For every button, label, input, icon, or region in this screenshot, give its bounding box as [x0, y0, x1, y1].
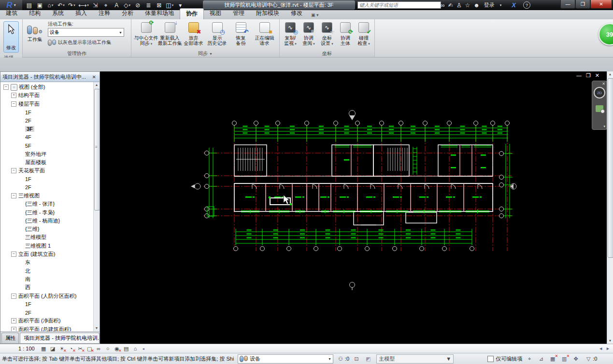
synchronize-with-central-button[interactable]: ⟳与中心文件同步 ▾: [134, 19, 158, 46]
design-option-select[interactable]: 主模型▼: [376, 354, 454, 364]
favorites-icon[interactable]: ✍: [448, 2, 453, 9]
editing-requests-button[interactable]: ■正在编辑请求: [253, 19, 276, 46]
crop-region-icon[interactable]: ▢✕: [86, 345, 94, 352]
tree-item[interactable]: 2F: [0, 308, 94, 317]
tree-item[interactable]: 2F: [0, 116, 94, 125]
worksharing-display-icon[interactable]: ▤: [122, 345, 130, 352]
project-browser-titlebar[interactable]: 项目浏览器 - 技师学院机电培训中... ✕: [0, 72, 100, 82]
floor-plan-drawing[interactable]: [100, 71, 613, 344]
tree-item[interactable]: 室外地坪: [0, 150, 94, 158]
tree-item[interactable]: {三维 - 张洋}: [0, 200, 94, 208]
select-by-face-icon[interactable]: ▥✕: [560, 355, 569, 363]
visual-style-icon[interactable]: ◪: [49, 345, 57, 352]
ribbon-tab-附加模块[interactable]: 附加模块: [250, 8, 285, 19]
restore-button[interactable]: ❐: [575, 0, 590, 9]
signin-button[interactable]: 登录: [484, 1, 495, 9]
viewbar-expand-icon[interactable]: ◂: [143, 347, 144, 351]
tree-scrollbar[interactable]: ▲ ▼: [93, 82, 100, 331]
tree-item[interactable]: −面积平面 (人防分区面积): [0, 292, 94, 300]
tree-item[interactable]: 三维模型: [0, 233, 94, 241]
tree-item[interactable]: {三维}: [0, 225, 94, 233]
ribbon-tab-修改[interactable]: 修改: [285, 8, 308, 19]
tree-item[interactable]: 1F: [0, 300, 94, 308]
tree-item[interactable]: 西: [0, 283, 94, 292]
collapse-icon[interactable]: −: [11, 101, 16, 107]
view-close-button[interactable]: ✕: [595, 72, 599, 79]
tree-item[interactable]: 5F: [0, 141, 94, 150]
ribbon-tab-视图[interactable]: 视图: [204, 8, 227, 19]
tree-item[interactable]: −○视图 (全部): [0, 83, 94, 91]
drawing-area[interactable]: — ❐ ✕ ✕ 2D ▾ ▲ ▼: [100, 71, 613, 344]
reveal-constraints-icon[interactable]: ◉✕: [113, 345, 121, 352]
tree-item[interactable]: 三维视图 1: [0, 242, 94, 250]
tree-item[interactable]: −楼层平面: [0, 100, 94, 108]
ribbon-tab-协作[interactable]: 协作: [180, 8, 204, 19]
scroll-down-icon[interactable]: ▼: [607, 338, 613, 344]
scroll-down-icon[interactable]: ▼: [94, 325, 100, 331]
tree-item[interactable]: {三维 - 李枭}: [0, 208, 94, 216]
sun-path-icon[interactable]: ☀✕: [58, 345, 66, 352]
scrollbar-thumb[interactable]: [94, 89, 100, 210]
zoom-tool-icon[interactable]: [596, 105, 603, 112]
checkbox-icon[interactable]: [487, 356, 494, 362]
gray-inactive-worksets-toggle[interactable]: 以灰色显示非活动工作集: [48, 39, 124, 46]
tree-item[interactable]: −天花板平面: [0, 167, 94, 175]
select-links-icon[interactable]: ⌖: [525, 355, 534, 363]
expand-icon[interactable]: +: [11, 327, 16, 331]
hscroll-left-icon[interactable]: ◄: [599, 346, 603, 351]
close-icon[interactable]: ✕: [91, 74, 98, 80]
scroll-up-icon[interactable]: ▲: [94, 82, 100, 88]
tree-item[interactable]: +面积平面 (总建筑面积): [0, 325, 94, 331]
ribbon-tab-建筑[interactable]: 建筑: [0, 8, 23, 19]
collapse-icon[interactable]: −: [11, 168, 16, 173]
tree-item[interactable]: 北: [0, 267, 94, 275]
status-workset-select[interactable]: 设备 ▼: [238, 354, 333, 364]
editable-only-checkbox[interactable]: 仅可编辑项: [487, 355, 522, 363]
shadows-icon[interactable]: ◔✕: [67, 345, 75, 352]
ribbon-minimize-toggle[interactable]: ▣ ▾: [311, 13, 319, 19]
tree-item[interactable]: 2F: [0, 183, 94, 192]
close-button[interactable]: ✕: [590, 0, 612, 9]
chevron-down-icon[interactable]: ▾: [500, 3, 502, 7]
star-icon[interactable]: ☆: [465, 2, 470, 9]
collapse-icon[interactable]: −: [11, 252, 16, 257]
navbar-options-icon[interactable]: ▾: [602, 125, 607, 129]
tree-item[interactable]: −三维视图: [0, 192, 94, 200]
signin-person-icon[interactable]: ☻: [473, 2, 480, 9]
show-history-button[interactable]: ◷显示历史记录: [205, 19, 229, 46]
tree-item[interactable]: 东: [0, 258, 94, 266]
displaced-elements-icon[interactable]: ⌂: [131, 345, 140, 352]
minimize-button[interactable]: —: [560, 0, 575, 9]
tab-properties[interactable]: 属性: [1, 333, 19, 343]
tree-item[interactable]: 1F: [0, 108, 94, 116]
ribbon-tab-注释[interactable]: 注释: [93, 8, 116, 19]
modify-button[interactable]: 修改: [3, 21, 19, 53]
synchronize-panel-label[interactable]: 同步▼: [131, 50, 279, 57]
editing-requests-icon[interactable]: ⚇: [336, 355, 345, 363]
drag-on-selection-icon[interactable]: ✥: [571, 355, 580, 363]
ribbon-tab-系统[interactable]: 系统: [46, 8, 70, 19]
scrollbar-thumb[interactable]: [608, 78, 613, 258]
restore-backup-button[interactable]: ↶恢复备份: [229, 19, 253, 46]
collapse-icon[interactable]: −: [3, 84, 9, 90]
interference-check-button[interactable]: ✔碰撞检查 ▾: [355, 19, 373, 46]
tree-item[interactable]: 屋面楼板: [0, 158, 94, 167]
view-scale-button[interactable]: 1 : 100: [18, 346, 35, 351]
ribbon-tab-体量和场地[interactable]: 体量和场地: [139, 8, 180, 19]
tree-item[interactable]: −立面 (建筑立面): [0, 250, 94, 258]
ribbon-tab-插入[interactable]: 插入: [70, 8, 93, 19]
select-pinned-icon[interactable]: ▦✕: [548, 355, 557, 363]
temporary-hide-icon[interactable]: ○: [104, 345, 112, 352]
collapse-icon[interactable]: −: [11, 294, 16, 299]
tree-item[interactable]: 1F: [0, 175, 94, 183]
tree-item[interactable]: {三维 - 杨雨迪}: [0, 217, 94, 225]
hscroll-right-icon[interactable]: ►: [606, 346, 610, 351]
view-minimize-button[interactable]: —: [576, 72, 582, 79]
selection-filter-icon[interactable]: ▽: [584, 355, 593, 363]
ribbon-tab-管理[interactable]: 管理: [227, 8, 250, 19]
tab-project-browser[interactable]: 项目浏览器 - 技师学院机电培训...: [20, 333, 100, 343]
coordination-host-button[interactable]: ⟳协调主体: [336, 19, 355, 46]
coordination-settings-button[interactable]: ∿✛坐标设置 ▾: [318, 19, 336, 46]
copy-monitor-button[interactable]: ∿◎复制/监视 ▾: [281, 19, 299, 46]
help-button[interactable]: ?: [523, 1, 530, 9]
